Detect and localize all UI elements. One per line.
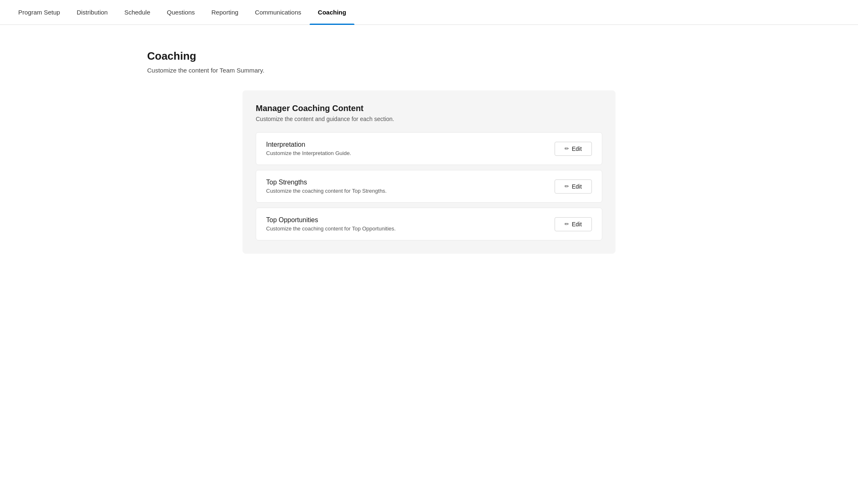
section-desc-top-opportunities: Customize the coaching content for Top O… <box>266 225 555 232</box>
section-title-interpretation: Interpretation <box>266 141 555 148</box>
edit-button-interpretation[interactable]: ✏Edit <box>555 142 592 156</box>
page-wrapper: Program SetupDistributionScheduleQuestio… <box>0 0 858 504</box>
section-item-top-strengths: Top StrengthsCustomize the coaching cont… <box>256 170 602 203</box>
section-info-top-strengths: Top StrengthsCustomize the coaching cont… <box>266 179 555 194</box>
edit-icon-top-opportunities: ✏ <box>565 221 569 227</box>
sections-container: InterpretationCustomize the Interpretati… <box>256 132 602 240</box>
card-title: Manager Coaching Content <box>256 104 602 113</box>
edit-label-top-opportunities: Edit <box>572 221 582 228</box>
section-title-top-strengths: Top Strengths <box>266 179 555 186</box>
nav-item-questions[interactable]: Questions <box>158 0 203 25</box>
nav-bar: Program SetupDistributionScheduleQuestio… <box>0 0 858 25</box>
page-title: Coaching <box>147 50 711 63</box>
nav-item-distribution[interactable]: Distribution <box>68 0 116 25</box>
section-item-top-opportunities: Top OpportunitiesCustomize the coaching … <box>256 208 602 240</box>
section-desc-interpretation: Customize the Interpretation Guide. <box>266 150 555 156</box>
nav-item-schedule[interactable]: Schedule <box>116 0 159 25</box>
section-info-interpretation: InterpretationCustomize the Interpretati… <box>266 141 555 156</box>
edit-button-top-strengths[interactable]: ✏Edit <box>555 179 592 194</box>
nav-item-reporting[interactable]: Reporting <box>203 0 247 25</box>
nav-item-coaching[interactable]: Coaching <box>310 0 354 25</box>
edit-label-top-strengths: Edit <box>572 183 582 190</box>
coaching-card: Manager Coaching Content Customize the c… <box>242 90 616 254</box>
section-item-interpretation: InterpretationCustomize the Interpretati… <box>256 132 602 165</box>
edit-label-interpretation: Edit <box>572 145 582 152</box>
edit-icon-top-strengths: ✏ <box>565 183 569 189</box>
edit-button-top-opportunities[interactable]: ✏Edit <box>555 217 592 231</box>
nav-item-communications[interactable]: Communications <box>247 0 310 25</box>
edit-icon-interpretation: ✏ <box>565 145 569 152</box>
section-info-top-opportunities: Top OpportunitiesCustomize the coaching … <box>266 216 555 232</box>
main-content: Coaching Customize the content for Team … <box>131 25 727 270</box>
page-subtitle: Customize the content for Team Summary. <box>147 67 711 74</box>
card-subtitle: Customize the content and guidance for e… <box>256 116 602 122</box>
nav-item-program-setup[interactable]: Program Setup <box>10 0 68 25</box>
section-desc-top-strengths: Customize the coaching content for Top S… <box>266 188 555 194</box>
section-title-top-opportunities: Top Opportunities <box>266 216 555 224</box>
